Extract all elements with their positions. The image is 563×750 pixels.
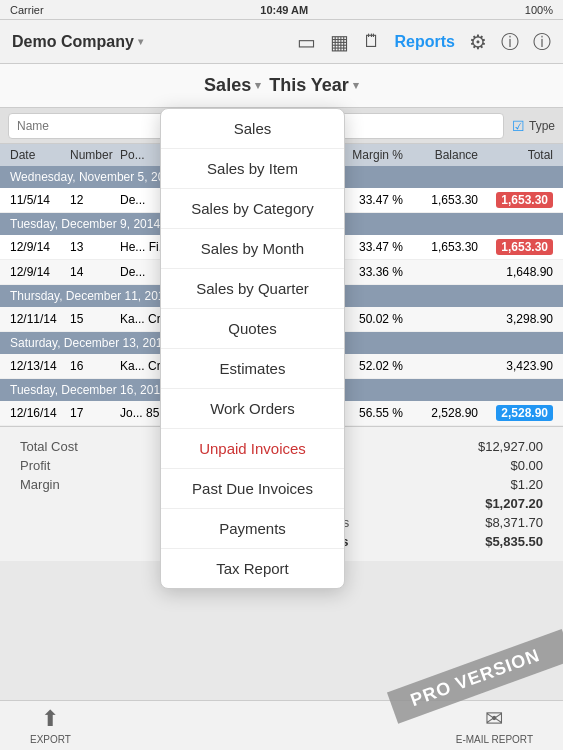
payments-value: $8,371.70 xyxy=(485,515,543,530)
balances-value: $5,835.50 xyxy=(485,534,543,549)
dropdown-item-quotes[interactable]: Quotes xyxy=(161,309,344,349)
total-cost-label: Total Cost xyxy=(20,439,78,454)
col-header-total: Total xyxy=(478,148,553,162)
time-text: 10:49 AM xyxy=(260,4,308,16)
col-header-balance: Balance xyxy=(403,148,478,162)
total-value: $1,207.20 xyxy=(485,496,543,511)
sales-chevron-icon: ▾ xyxy=(255,79,261,92)
margin-label: Margin xyxy=(20,477,60,492)
card-icon[interactable]: ▭ xyxy=(297,30,316,54)
sales-dropdown-menu: Sales Sales by Item Sales by Category Sa… xyxy=(160,108,345,589)
nav-icons: ▭ ▦ 🗒 Reports ⚙ ⓘ ⓘ xyxy=(297,30,551,54)
carrier-text: Carrier xyxy=(10,4,44,16)
info-alt-icon[interactable]: ⓘ xyxy=(533,30,551,54)
export-icon: ⬆ xyxy=(41,706,59,732)
email-report-button[interactable]: ✉ E-MAIL REPORT xyxy=(456,706,533,745)
checkbox-icon: ☑ xyxy=(512,118,525,134)
dropdown-item-sales-by-category[interactable]: Sales by Category xyxy=(161,189,344,229)
type-filter[interactable]: ☑ Type xyxy=(512,118,555,134)
dropdown-item-sales-by-month[interactable]: Sales by Month xyxy=(161,229,344,269)
email-icon: ✉ xyxy=(485,706,503,732)
status-bar: Carrier 10:49 AM 100% xyxy=(0,0,563,20)
gear-icon[interactable]: ⚙ xyxy=(469,30,487,54)
dropdown-item-payments[interactable]: Payments xyxy=(161,509,344,549)
company-chevron-icon: ▾ xyxy=(138,36,143,47)
dropdown-item-sales[interactable]: Sales xyxy=(161,109,344,149)
company-name[interactable]: Demo Company ▾ xyxy=(12,33,143,51)
period-dropdown-button[interactable]: This Year ▾ xyxy=(269,75,359,96)
sales-label: Sales xyxy=(204,75,251,96)
dropdown-item-sales-by-quarter[interactable]: Sales by Quarter xyxy=(161,269,344,309)
reports-button[interactable]: Reports xyxy=(395,33,455,51)
info-circle-icon[interactable]: ⓘ xyxy=(501,30,519,54)
dropdown-item-past-due-invoices[interactable]: Past Due Invoices xyxy=(161,469,344,509)
dropdown-item-unpaid-invoices[interactable]: Unpaid Invoices xyxy=(161,429,344,469)
document-icon[interactable]: 🗒 xyxy=(363,31,381,52)
battery-text: 100% xyxy=(525,4,553,16)
col-header-date: Date xyxy=(10,148,70,162)
email-report-label: E-MAIL REPORT xyxy=(456,734,533,745)
dropdown-item-tax-report[interactable]: Tax Report xyxy=(161,549,344,588)
export-button[interactable]: ⬆ EXPORT xyxy=(30,706,71,745)
tax-value: $1.20 xyxy=(510,477,543,492)
subtotal-value: $12,927.00 xyxy=(478,439,543,454)
col-header-number: Number xyxy=(70,148,120,162)
company-name-text: Demo Company xyxy=(12,33,134,51)
dropdown-item-sales-by-item[interactable]: Sales by Item xyxy=(161,149,344,189)
period-chevron-icon: ▾ xyxy=(353,79,359,92)
export-label: EXPORT xyxy=(30,734,71,745)
top-nav: Demo Company ▾ ▭ ▦ 🗒 Reports ⚙ ⓘ ⓘ xyxy=(0,20,563,64)
period-label: This Year xyxy=(269,75,349,96)
type-label: Type xyxy=(529,119,555,133)
dropdown-item-work-orders[interactable]: Work Orders xyxy=(161,389,344,429)
bottom-bar: ⬆ EXPORT ✉ E-MAIL REPORT xyxy=(0,700,563,750)
profit-label: Profit xyxy=(20,458,50,473)
dropdown-item-estimates[interactable]: Estimates xyxy=(161,349,344,389)
sub-header: Sales ▾ This Year ▾ xyxy=(0,64,563,108)
sales-dropdown-button[interactable]: Sales ▾ xyxy=(204,75,261,96)
shipping-value: $0.00 xyxy=(510,458,543,473)
barcode-icon[interactable]: ▦ xyxy=(330,30,349,54)
